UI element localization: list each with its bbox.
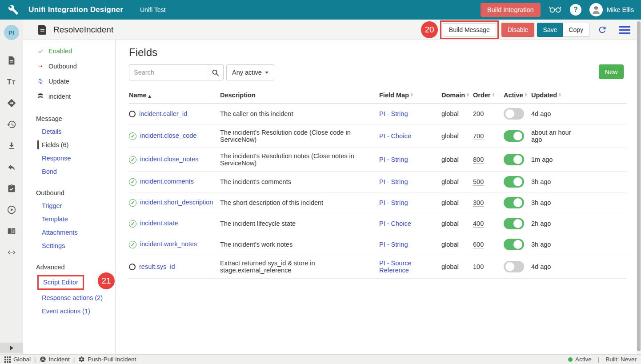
field-map-link[interactable]: PI - String <box>379 199 408 206</box>
subnav-item-trigger[interactable]: Trigger <box>23 199 115 212</box>
table-header-row: Name▲DescriptionField Map▲ ▼Domain▲ ▼Ord… <box>129 86 627 104</box>
search-input[interactable] <box>129 64 207 80</box>
active-status-icon <box>568 357 573 362</box>
field-order: 200 <box>473 110 484 117</box>
column-header-field-map[interactable]: Field Map▲ ▼ <box>379 92 441 99</box>
subnav-item-template[interactable]: Template <box>23 212 115 226</box>
column-header-updated[interactable]: Updated▲ ▼ <box>531 92 580 99</box>
subnav-status-enabled[interactable]: Enabled <box>23 44 115 59</box>
field-order[interactable]: 600 <box>473 241 484 248</box>
active-toggle[interactable] <box>504 154 524 165</box>
column-header-description[interactable]: Description <box>220 92 379 99</box>
field-map-link[interactable]: PI - String <box>379 241 408 248</box>
field-map-link[interactable]: PI - Source Reference <box>379 260 412 274</box>
field-map-link[interactable]: PI - Choice <box>379 132 411 140</box>
subnav-item-settings[interactable]: Settings <box>23 239 115 252</box>
status-bar-left: Global|Incident|Push-Pull Incident <box>4 356 136 363</box>
statusbar-item-incident[interactable]: Incident <box>40 356 70 363</box>
integration-avatar[interactable]: PI <box>4 25 19 40</box>
directions-icon[interactable] <box>0 92 23 114</box>
subnav-status-update[interactable]: Update <box>23 74 115 89</box>
field-name-link[interactable]: result.sys_id <box>139 263 175 270</box>
document-icon[interactable] <box>0 50 23 71</box>
active-toggle[interactable] <box>504 108 524 120</box>
play-icon[interactable] <box>0 199 23 220</box>
field-description: Extract returned sys_id & store in stage… <box>220 260 379 274</box>
build-message-button[interactable]: Build Message <box>443 23 496 36</box>
column-header-name[interactable]: Name▲ <box>129 92 220 99</box>
search-button[interactable] <box>207 64 224 80</box>
workspace-name[interactable]: Unifi Test <box>140 6 165 13</box>
statusbar-item-push-pull-incident[interactable]: Push-Pull Incident <box>78 356 136 363</box>
subnav-section-message: Message <box>23 112 115 125</box>
scrollbar-thumb[interactable] <box>637 21 641 351</box>
page-title: ResolveIncident <box>53 25 113 35</box>
subnav-item-details[interactable]: Details <box>23 125 115 138</box>
field-map-link[interactable]: PI - Choice <box>379 220 411 227</box>
field-order[interactable]: 300 <box>473 199 484 207</box>
user-menu[interactable]: Mike Ellis <box>589 3 634 16</box>
disable-button[interactable]: Disable <box>501 23 535 37</box>
icon-rail: PI TT <box>0 20 23 354</box>
subnav-item-fields-6[interactable]: Fields (6) <box>23 138 115 152</box>
copy-button[interactable]: Copy <box>563 23 589 37</box>
subnav-status-incident[interactable]: incident <box>23 89 115 104</box>
field-name-link[interactable]: incident.comments <box>140 178 194 185</box>
active-toggle[interactable] <box>504 261 524 272</box>
active-toggle[interactable] <box>504 239 524 250</box>
column-header-order[interactable]: Order▲ ▼ <box>473 92 504 99</box>
field-domain: global <box>441 132 473 140</box>
field-description: The incident's Resolution notes (Close n… <box>220 152 379 167</box>
field-order[interactable]: 700 <box>473 132 484 140</box>
field-updated: 2h ago <box>531 220 580 227</box>
subnav-item-response[interactable]: Response <box>23 152 115 165</box>
field-name-cell: result.sys_id <box>129 263 220 271</box>
field-domain: global <box>441 241 473 248</box>
sidebar-expand-button[interactable] <box>0 343 23 353</box>
active-toggle[interactable] <box>504 218 524 229</box>
active-toggle[interactable] <box>504 197 524 208</box>
subnav-item-script-editor[interactable]: Script Editor21 <box>23 273 115 291</box>
field-name-link[interactable]: incident.state <box>140 220 178 227</box>
tasks-icon[interactable] <box>0 178 23 199</box>
field-name-link[interactable]: incident.close_code <box>140 132 196 139</box>
text-format-icon[interactable]: TT <box>0 71 23 92</box>
save-button[interactable]: Save <box>537 23 563 37</box>
message-subnav: EnabledOutboundUpdateincident MessageDet… <box>23 40 116 354</box>
help-icon[interactable]: ? <box>570 4 581 16</box>
knowledge-icon[interactable] <box>0 220 23 242</box>
field-map-link[interactable]: PI - String <box>379 178 408 185</box>
field-name-link[interactable]: incident.short_description <box>140 199 213 206</box>
column-header-domain[interactable]: Domain▲ ▼ <box>441 92 473 99</box>
vertical-scrollbar[interactable] <box>637 20 641 354</box>
subnav-item-bond[interactable]: Bond <box>23 165 115 178</box>
field-order[interactable]: 500 <box>473 178 484 186</box>
statusbar-item-global[interactable]: Global <box>4 356 31 363</box>
svg-text:T: T <box>12 80 15 86</box>
subnav-status-outbound[interactable]: Outbound <box>23 59 115 74</box>
field-map-link[interactable]: PI - String <box>379 156 408 163</box>
subnav-item-attachments[interactable]: Attachments <box>23 226 115 239</box>
history-icon[interactable] <box>0 114 23 135</box>
refresh-icon[interactable] <box>597 25 607 35</box>
active-filter-dropdown[interactable]: Any active <box>226 64 274 80</box>
new-field-button[interactable]: New <box>599 64 624 79</box>
field-name-link[interactable]: incident.caller_id <box>139 110 187 117</box>
subnav-item-event-actions-1[interactable]: Event actions (1) <box>23 304 115 318</box>
download-icon[interactable] <box>0 135 23 156</box>
field-name-link[interactable]: incident.close_notes <box>140 156 198 163</box>
reply-icon[interactable] <box>0 156 23 178</box>
field-updated: 3h ago <box>531 178 580 185</box>
build-integration-button[interactable]: Build Integration <box>481 3 541 17</box>
menu-icon[interactable] <box>619 26 630 34</box>
column-header-active[interactable]: Active▲ ▼ <box>504 92 531 99</box>
active-toggle[interactable] <box>504 176 524 188</box>
field-name-link[interactable]: incident.work_notes <box>140 240 197 248</box>
active-toggle[interactable] <box>504 130 524 142</box>
code-icon[interactable] <box>0 242 23 263</box>
field-order[interactable]: 400 <box>473 220 484 228</box>
field-order[interactable]: 800 <box>473 156 484 164</box>
field-map-link[interactable]: PI - String <box>379 110 408 117</box>
subnav-item-response-actions-2[interactable]: Response actions (2) <box>23 291 115 304</box>
glasses-icon[interactable] <box>549 4 562 16</box>
